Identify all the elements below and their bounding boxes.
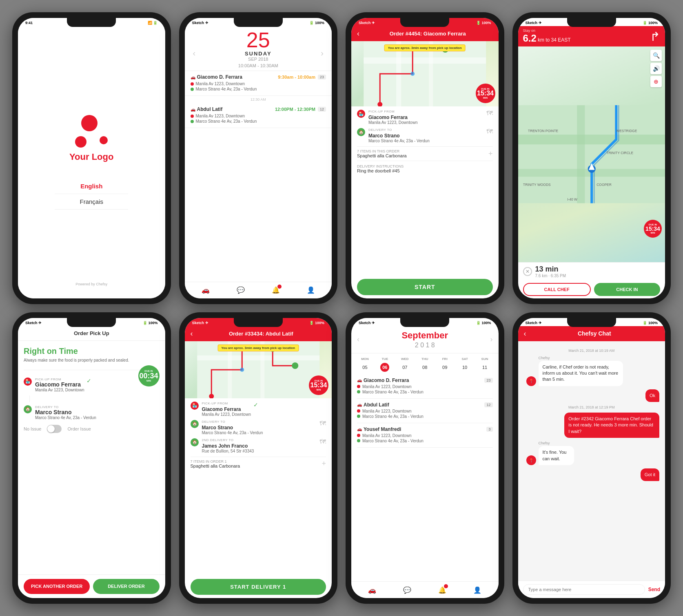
order-card-2[interactable]: 🚗 Abdul Latif 12:00PM - 12:30PM 12 Manil… bbox=[185, 103, 332, 128]
items-name-3: Spaghetti alla Carbonara bbox=[357, 153, 407, 158]
eta-bar-4: ✕ 13 min 7.6 km · 6:35 PM bbox=[518, 262, 665, 280]
cal-order-2[interactable]: 🚗 Abdul Latif 12 Manila Av 1223, Downtow… bbox=[357, 399, 493, 423]
instructions-text-3: Ring the doorbell #45 bbox=[357, 168, 493, 173]
cal-10[interactable]: 10 bbox=[460, 363, 469, 372]
check-in-button[interactable]: CHECK IN bbox=[594, 283, 660, 296]
pickup-name-3: Giacomo Ferrara bbox=[368, 115, 417, 120]
logo-circle-2 bbox=[75, 136, 86, 148]
bottom-nav-2: 🚗 💬 🔔 👤 bbox=[185, 282, 332, 298]
svg-text:TRINITY CIRCLE: TRINITY CIRCLE bbox=[606, 151, 633, 155]
cal-11[interactable]: 11 bbox=[480, 363, 489, 372]
call-chef-button[interactable]: CALL CHEF bbox=[523, 283, 591, 296]
start-button-3[interactable]: START bbox=[357, 279, 493, 295]
status-right-5: 🔋 100% bbox=[143, 321, 158, 325]
nav-profile-icon-7[interactable]: 👤 bbox=[472, 585, 482, 595]
svg-rect-1 bbox=[364, 57, 486, 64]
close-nav-btn[interactable]: ✕ bbox=[523, 267, 532, 276]
items-expand-6[interactable]: + bbox=[322, 459, 326, 468]
start-delivery-button-6[interactable]: START DELIVERY 1 bbox=[191, 579, 326, 595]
nav-prev[interactable]: ‹ bbox=[193, 49, 196, 58]
back-arrow-8[interactable]: ‹ bbox=[524, 329, 526, 338]
nav-chat-icon[interactable]: 💬 bbox=[236, 285, 246, 295]
chat-msg-2-row: Order #2342 Giacomo Ferrara Chef order i… bbox=[524, 413, 660, 438]
pickup-addr-5: Manila Av 1223, Downtown bbox=[35, 388, 84, 392]
from-dot-2 bbox=[191, 115, 194, 118]
cal-order-1-name: Giacomo D. Ferrara bbox=[364, 378, 409, 383]
back-arrow-3[interactable]: ‹ bbox=[357, 29, 359, 38]
pick-another-button[interactable]: PICK ANOTHER ORDER bbox=[24, 579, 90, 594]
chat-bubble-3: It's fine. You can wait. bbox=[539, 446, 574, 465]
nav-bell-icon[interactable]: 🔔 bbox=[271, 285, 281, 295]
nav-next[interactable]: › bbox=[321, 49, 324, 58]
volume-ctrl[interactable]: 🔊 bbox=[650, 63, 662, 74]
language-french[interactable]: Français bbox=[55, 194, 128, 210]
chat-body-8: March 21, 2018 at 10:19 AM 📍 Chefsy Carl… bbox=[518, 341, 665, 581]
nav-due-badge: DUE IN 15:34 MIN bbox=[644, 220, 662, 238]
cal-next[interactable]: › bbox=[490, 335, 493, 344]
status-right-7: 🔋 100% bbox=[476, 321, 491, 325]
nav-bell-icon-7[interactable]: 🔔 bbox=[437, 585, 447, 595]
order-card-1[interactable]: 🚗 Giacomo D. Ferrara 9:30am - 10:00am 23… bbox=[185, 71, 332, 96]
items-expand-3[interactable]: + bbox=[488, 150, 493, 158]
chat-msg-3-row: 📍 Chefsy It's fine. You can wait. bbox=[524, 441, 660, 465]
send-button[interactable]: Send bbox=[648, 587, 660, 592]
cal-order-3[interactable]: 🚗 Yousef Manfredi 3 Manila Av 1223, Down… bbox=[357, 423, 493, 448]
route-line-5 bbox=[29, 395, 30, 402]
phone-3-notch bbox=[400, 18, 449, 27]
chat-msg-1-row: 📍 Chefsy Carline, if Chef order is not r… bbox=[524, 356, 660, 386]
items-info-3: 7 ITEMS IN THIS ORDER Spaghetti alla Car… bbox=[357, 149, 407, 158]
cal-07[interactable]: 07 bbox=[400, 363, 409, 372]
language-english[interactable]: English bbox=[55, 179, 128, 194]
cal-to-dot-1 bbox=[357, 390, 360, 393]
deliver-button[interactable]: DELIVER ORDER bbox=[93, 579, 159, 594]
issue-toggle[interactable] bbox=[47, 425, 62, 433]
cal-09[interactable]: 09 bbox=[440, 363, 449, 372]
phone-1: 9:41 📶 🔋 Your Logo English Français Powe… bbox=[12, 12, 171, 304]
due-unit-5: MIN bbox=[146, 380, 151, 382]
cal-to-dot-2 bbox=[357, 415, 360, 418]
compass-ctrl[interactable]: ⊕ bbox=[650, 76, 662, 87]
always-make-text: Always make sure the food is properly pa… bbox=[24, 358, 160, 363]
order-1-name: Giacomo D. Ferrara bbox=[197, 74, 278, 80]
nav-car-icon[interactable]: 🚗 bbox=[201, 285, 211, 295]
cal-order-1[interactable]: 🚗 Giacomo D. Ferrara 23 Manila Av 1223, … bbox=[357, 374, 493, 399]
nav-car-icon-7[interactable]: 🚗 bbox=[367, 585, 377, 595]
chat-msg-1-wrap: Chefsy Carline, if Chef order is not rea… bbox=[539, 356, 660, 386]
due-circle-5: DUE IN 00:34 MIN bbox=[138, 365, 160, 386]
cal-sat: SAT bbox=[455, 356, 475, 362]
order-3-body: 🏪 PICK-UP FROM Giacomo Ferrara Manila Av… bbox=[351, 106, 499, 276]
cal-order-1-from: Manila Av 1223, Downtown bbox=[357, 384, 493, 389]
phone-4: Sketch ✈ 🔋 100% Stay on 6.2 km to 34 EAS… bbox=[512, 12, 671, 304]
map-link-6b[interactable]: 🗺 bbox=[319, 438, 326, 446]
cal-from-dot-1 bbox=[357, 385, 360, 388]
cal-06[interactable]: 06 bbox=[380, 363, 389, 372]
distance-row: 6.2 km to 34 EAST bbox=[523, 33, 571, 44]
order-2-time: 12:00PM - 12:30PM bbox=[275, 107, 315, 112]
delivery2-info-6: 2ND DELIVERY TO James John Franco Rue de… bbox=[202, 438, 254, 453]
pickup-label-6: PICK-UP FROM bbox=[202, 402, 251, 405]
nav-action-btns-4: CALL CHEF CHECK IN bbox=[518, 280, 665, 298]
nav-chat-icon-7[interactable]: 💬 bbox=[402, 585, 412, 595]
svg-rect-8 bbox=[518, 135, 665, 144]
toggle-thumb bbox=[47, 425, 55, 433]
svg-point-26 bbox=[240, 368, 244, 372]
order-6-detail: 🏪 PICK-UP FROM Giacomo Ferrara Manila Av… bbox=[185, 398, 332, 474]
map-link-3[interactable]: 🗺 bbox=[486, 110, 493, 117]
chat-bubble-2: Order #2342 Giacomo Ferrara Chef order i… bbox=[564, 413, 659, 438]
delivery-name-3: Marco Strano bbox=[368, 133, 430, 139]
delivery-icon-5: 🏠 bbox=[24, 405, 32, 413]
nav-profile-icon[interactable]: 👤 bbox=[306, 285, 316, 295]
app-logo bbox=[75, 115, 108, 148]
map-link-delivery-3[interactable]: 🗺 bbox=[486, 128, 493, 135]
map-link-6[interactable]: 🗺 bbox=[319, 420, 326, 427]
instructions-label-3: DELIVERY INSTRUCTIONS bbox=[357, 164, 493, 168]
search-ctrl[interactable]: 🔍 bbox=[650, 50, 662, 61]
back-arrow-6[interactable]: ‹ bbox=[191, 329, 193, 338]
pickup-addr-6: Manila Av 1223, Downtown bbox=[202, 412, 251, 417]
chat-header-8: ‹ Chefsy Chat bbox=[518, 326, 665, 341]
powered-by: Powered by Chefsy bbox=[75, 282, 107, 286]
cal-08[interactable]: 08 bbox=[420, 363, 429, 372]
cal-05[interactable]: 05 bbox=[360, 363, 369, 372]
delivery2-addr-6: Rue de Bullion, 54 Str #3343 bbox=[202, 449, 254, 453]
chat-input-field[interactable] bbox=[523, 584, 645, 595]
